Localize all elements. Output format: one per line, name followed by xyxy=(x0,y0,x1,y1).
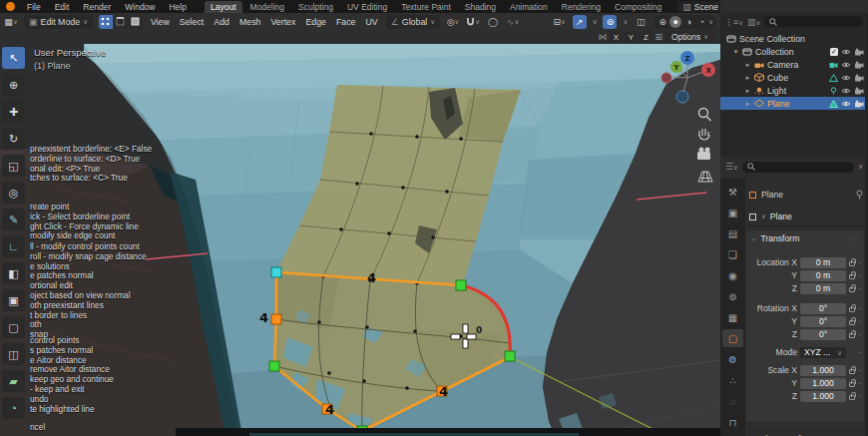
tab-shading[interactable]: Shading xyxy=(459,1,502,13)
transform-panel-header[interactable]: ⌄ Transform ∷∷ xyxy=(746,230,864,246)
expand-caret-icon[interactable]: ▸ xyxy=(744,100,751,108)
tab-world[interactable]: ⊚ xyxy=(722,287,743,305)
edge-select-button[interactable] xyxy=(114,15,128,29)
menu-help[interactable]: Help xyxy=(167,2,188,12)
location-x-field[interactable]: 0 m xyxy=(800,257,846,268)
menu-render[interactable]: Render xyxy=(81,2,113,12)
expand-caret-icon[interactable]: ▸ xyxy=(744,87,751,95)
animate-dot-icon[interactable]: · xyxy=(858,365,861,375)
chevron-down-icon[interactable]: ∨ xyxy=(858,163,863,171)
animate-dot-icon[interactable]: · xyxy=(858,283,861,293)
material-shading-icon[interactable]: ◑ xyxy=(682,16,694,28)
hide-eye-icon[interactable] xyxy=(841,100,851,108)
lock-icon[interactable] xyxy=(849,382,855,387)
menu-view[interactable]: View xyxy=(149,17,172,27)
snap-badge-icon[interactable]: ⊞ xyxy=(654,32,662,42)
animate-dot-icon[interactable]: · xyxy=(858,270,861,280)
pivot-point-icon[interactable]: ◎∨ xyxy=(446,15,460,29)
show-gizmo-toggle-icon[interactable]: ⊟∨ xyxy=(553,15,567,29)
tab-collection[interactable]: ▦ xyxy=(722,308,743,326)
collection-checkbox[interactable]: ✓ xyxy=(830,48,838,56)
animate-dot-icon[interactable]: · xyxy=(858,347,861,357)
hide-eye-icon[interactable] xyxy=(841,48,851,56)
editor-type-icon[interactable]: ▦∨ xyxy=(4,15,18,29)
blender-logo-icon[interactable] xyxy=(6,2,15,11)
measure-tool-button[interactable]: ∟ xyxy=(2,235,25,257)
face-select-button[interactable] xyxy=(129,15,143,29)
object-name-row[interactable]: ∨ Plane xyxy=(748,212,864,226)
spin-tool-button[interactable]: ◔ xyxy=(2,397,25,419)
lock-icon[interactable] xyxy=(849,395,855,400)
menu-vertex[interactable]: Vertex xyxy=(268,17,297,27)
tab-scene[interactable]: ◉ xyxy=(722,266,743,284)
outliner-row-cube[interactable]: ▸ Cube xyxy=(720,71,868,84)
tab-constraints[interactable]: ⊓ xyxy=(722,413,743,431)
properties-search[interactable] xyxy=(742,162,854,173)
render-restrict-icon[interactable] xyxy=(854,61,864,69)
add-cube-tool-button[interactable]: ◧ xyxy=(2,262,25,284)
tab-physics[interactable]: ◌ xyxy=(722,392,743,410)
delta-transform-section[interactable]: › Delta Transform xyxy=(748,430,864,436)
lock-icon[interactable] xyxy=(849,261,855,266)
tab-modeling[interactable]: Modeling xyxy=(244,1,291,13)
tweak-tool-button[interactable]: ↖ xyxy=(2,47,25,69)
draw-curve-tool-button[interactable]: ✎ xyxy=(2,209,25,230)
location-z-field[interactable]: 0 m xyxy=(800,283,846,294)
lock-icon[interactable] xyxy=(849,307,855,312)
outliner-row-collection[interactable]: ▾ Collection ✓ xyxy=(720,45,868,58)
panel-grip-icon[interactable]: ∷∷ xyxy=(848,234,859,242)
menu-mesh[interactable]: Mesh xyxy=(237,17,263,27)
handle-green[interactable] xyxy=(505,351,515,361)
menu-select[interactable]: Select xyxy=(178,17,206,27)
animate-dot-icon[interactable]: · xyxy=(858,257,861,267)
extrude-tool-button[interactable]: ◫ xyxy=(2,343,25,365)
scale-x-field[interactable]: 1.000 xyxy=(800,365,846,376)
render-restrict-icon[interactable] xyxy=(854,100,864,108)
animate-dot-icon[interactable]: · xyxy=(858,378,861,388)
hide-eye-icon[interactable] xyxy=(841,87,851,95)
hide-eye-icon[interactable] xyxy=(841,61,851,69)
orientation-dropdown[interactable]: ∠ Global ∨ xyxy=(386,15,440,29)
lock-icon[interactable] xyxy=(849,320,855,325)
animate-dot-icon[interactable]: · xyxy=(858,329,861,339)
move-tool-button[interactable]: ✚ xyxy=(2,101,25,123)
vertex-select-button[interactable] xyxy=(99,15,113,29)
tab-modifiers[interactable]: ⚙ xyxy=(722,350,743,368)
scale-z-field[interactable]: 1.000 xyxy=(800,391,846,402)
animate-dot-icon[interactable]: · xyxy=(858,391,861,401)
lock-icon[interactable] xyxy=(849,287,855,292)
lock-icon[interactable] xyxy=(849,274,855,279)
mirror-x-button[interactable]: X xyxy=(610,31,622,43)
tab-uv-editing[interactable]: UV Editing xyxy=(341,1,393,13)
outliner-row-light[interactable]: ▸ Light xyxy=(720,84,868,97)
gizmos-icon[interactable]: ↗ xyxy=(573,15,587,29)
rotation-z-field[interactable]: 0° xyxy=(800,329,846,340)
falloff-curve-icon[interactable]: ∿∨ xyxy=(506,15,520,29)
gizmo-minus-x-axis[interactable] xyxy=(661,73,671,83)
menu-edge[interactable]: Edge xyxy=(303,17,328,27)
filter-icon[interactable]: ▥∨ xyxy=(747,17,760,27)
menu-uv[interactable]: UV xyxy=(364,17,380,27)
tab-particles[interactable]: ∴ xyxy=(722,371,743,389)
mirror-y-button[interactable]: Y xyxy=(625,31,637,43)
lock-icon[interactable] xyxy=(849,369,855,374)
handle-orange[interactable] xyxy=(271,314,281,324)
rotate-tool-button[interactable]: ↻ xyxy=(2,128,25,150)
mode-dropdown[interactable]: ▣ Edit Mode ∨ xyxy=(24,15,93,29)
display-mode-icon[interactable]: ⋮≡∨ xyxy=(724,17,743,27)
tab-rendering[interactable]: Rendering xyxy=(556,1,607,13)
tab-view-layer[interactable]: ❏ xyxy=(722,245,743,263)
wireframe-shading-icon[interactable]: ⊕ xyxy=(656,16,668,28)
tab-animation[interactable]: Animation xyxy=(504,1,554,13)
expand-caret-icon[interactable]: ▸ xyxy=(744,61,751,69)
menu-window[interactable]: Window xyxy=(123,2,157,12)
xray-toggle-icon[interactable]: ◫ xyxy=(634,15,648,29)
rotation-y-field[interactable]: 0° xyxy=(800,316,846,327)
render-restrict-icon[interactable] xyxy=(854,74,864,82)
tab-tool[interactable]: ⚒ xyxy=(722,183,743,201)
scale-y-field[interactable]: 1.000 xyxy=(800,378,846,389)
solid-shading-icon[interactable]: ● xyxy=(669,16,681,28)
poly-build-tool-button[interactable]: ▰ xyxy=(2,370,25,392)
proportional-edit-icon[interactable]: ◯ xyxy=(486,15,500,29)
menu-add[interactable]: Add xyxy=(212,17,231,27)
